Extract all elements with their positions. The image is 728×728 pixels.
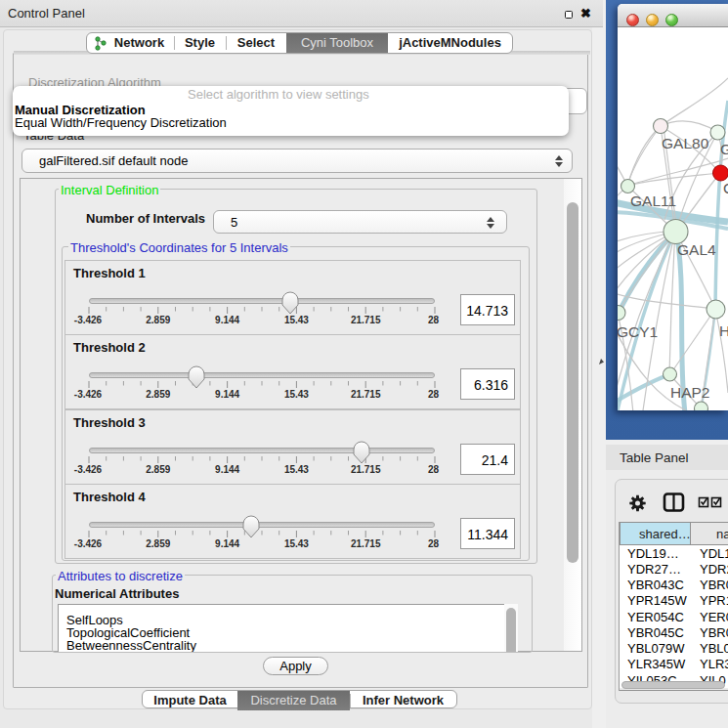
svg-text:H: H: [719, 322, 728, 339]
svg-text:GAL11: GAL11: [630, 193, 676, 209]
svg-text:GA: GA: [720, 141, 728, 157]
svg-text:GCY1: GCY1: [618, 323, 658, 340]
svg-text:GAL4: GAL4: [677, 241, 716, 258]
svg-text:HAP2: HAP2: [670, 384, 710, 401]
svg-text:GAL80: GAL80: [662, 135, 709, 151]
svg-text:C: C: [723, 180, 728, 196]
